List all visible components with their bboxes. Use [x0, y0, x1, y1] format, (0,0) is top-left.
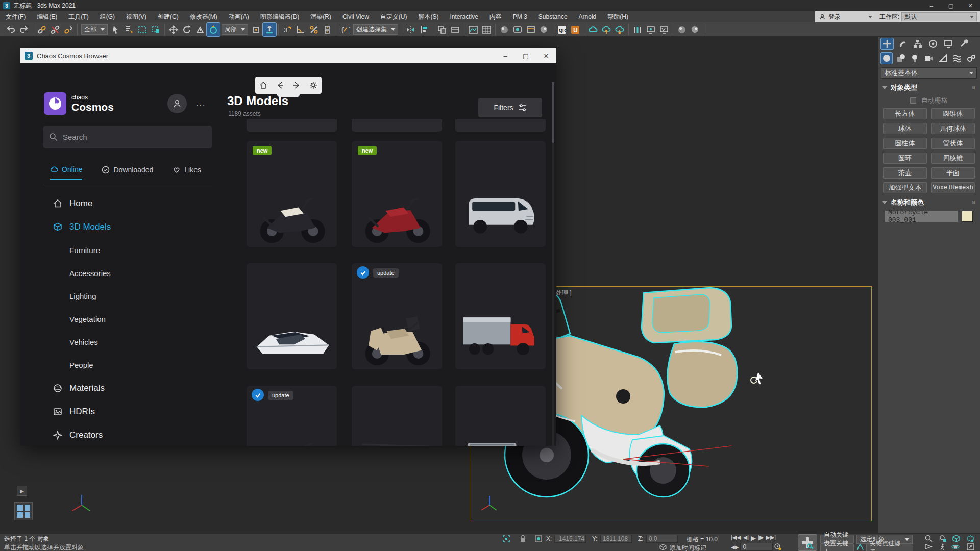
y-coordinate-field[interactable]: 1811.108	[600, 535, 632, 543]
cosmos-close-button[interactable]: ✕	[536, 48, 556, 63]
cosmos-scrollbar[interactable]	[552, 82, 554, 446]
sidebar-item-creators[interactable]: Creators	[20, 423, 225, 446]
sidebar-item-home[interactable]: Home	[20, 192, 225, 215]
menu-item-16[interactable]: PM 3	[507, 11, 533, 22]
select-object-icon[interactable]	[109, 23, 122, 36]
create-tab-icon[interactable]	[881, 38, 893, 49]
more-options-button[interactable]: ...	[196, 99, 206, 108]
curve-editor-icon[interactable]	[467, 23, 480, 36]
account-avatar[interactable]	[167, 94, 187, 113]
scene-converter-icon[interactable]	[644, 23, 657, 36]
unlink-selection-icon[interactable]	[48, 23, 62, 36]
edit-named-selection-sets-icon[interactable]: { }	[338, 23, 352, 36]
selection-lock-icon[interactable]	[520, 535, 526, 542]
go-to-start-button[interactable]: |◀◀	[731, 534, 741, 542]
cosmos-browser-icon[interactable]	[586, 23, 600, 36]
cosmos-title-bar[interactable]: 3 Chaos Cosmos Browser – ▢ ✕	[20, 48, 556, 63]
sidebar-item-accessories[interactable]: Accessories	[20, 262, 225, 285]
snaps-toggle-icon[interactable]: 3	[281, 23, 294, 36]
hierarchy-tab-icon[interactable]	[912, 38, 924, 49]
time-tag-cube-icon[interactable]	[659, 544, 667, 550]
isolate-selection-icon[interactable]	[503, 535, 510, 542]
angle-snap-toggle-icon[interactable]	[294, 23, 307, 36]
set-keys-button[interactable]	[798, 534, 817, 551]
orbit-icon[interactable]	[951, 543, 960, 550]
menu-item-14[interactable]: Interactive	[444, 11, 483, 22]
key-filter-icon[interactable]	[856, 544, 864, 550]
time-configuration-icon[interactable]	[774, 543, 781, 550]
partial-card[interactable]	[352, 119, 442, 132]
selection-filter-dropdown[interactable]: 全部	[81, 24, 108, 35]
primitive-button-圆环[interactable]: 圆环	[883, 153, 927, 164]
menu-item-6[interactable]: 创建(C)	[152, 11, 184, 22]
sidebar-item-people[interactable]: People	[20, 354, 225, 377]
menu-item-4[interactable]: 组(G)	[94, 11, 120, 22]
asset-card-orange-motorcycle[interactable]: update	[247, 386, 337, 446]
zoom-icon[interactable]	[925, 535, 933, 542]
zoom-extents-icon[interactable]	[952, 535, 960, 542]
bind-to-space-warp-icon[interactable]	[62, 23, 75, 36]
asset-card-jet-ski[interactable]	[247, 263, 337, 369]
cameras-category-icon[interactable]	[923, 53, 935, 64]
asset-card-red-semi-truck[interactable]	[455, 263, 546, 369]
menu-item-9[interactable]: 图形编辑器(D)	[255, 11, 305, 22]
motion-tab-icon[interactable]	[927, 38, 939, 49]
menu-item-19[interactable]: 帮助(H)	[602, 11, 634, 22]
use-pivot-point-center-icon[interactable]	[250, 23, 263, 36]
back-icon[interactable]	[276, 81, 284, 89]
home-icon[interactable]	[259, 81, 267, 89]
previous-frame-button[interactable]: ◀|	[743, 534, 749, 542]
arnold-render-icon[interactable]	[689, 23, 702, 36]
login-dropdown[interactable]: 登录	[815, 11, 876, 22]
select-by-name-icon[interactable]	[122, 23, 136, 36]
menu-item-7[interactable]: 修改器(M)	[184, 11, 223, 22]
maximize-button[interactable]: ▢	[941, 0, 961, 11]
geometry-category-icon[interactable]	[881, 53, 892, 64]
render-preview-icon[interactable]	[657, 23, 671, 36]
render-production-icon[interactable]	[537, 23, 551, 36]
percent-snap-toggle-icon[interactable]	[307, 23, 321, 36]
search-input[interactable]: Search	[43, 126, 212, 148]
cloud-download-icon[interactable]	[613, 23, 626, 36]
filters-button[interactable]: Filters	[478, 98, 542, 117]
zoom-extents-all-icon[interactable]	[967, 535, 974, 542]
tab-downloaded[interactable]: Downloaded	[102, 165, 153, 180]
named-selection-sets-dropdown[interactable]: 创建选择集	[353, 24, 398, 35]
menu-item-15[interactable]: 内容	[484, 11, 507, 22]
x-coordinate-field[interactable]: -1415.174	[554, 535, 586, 543]
sidebar-item-vegetation[interactable]: Vegetation	[20, 308, 225, 331]
layer-manager-icon[interactable]	[435, 23, 449, 36]
menu-item-5[interactable]: 视图(V)	[120, 11, 152, 22]
usd-export-icon[interactable]: U	[569, 23, 582, 36]
menu-item-18[interactable]: Arnold	[573, 11, 602, 22]
align-icon[interactable]	[418, 23, 431, 36]
reference-coordinate-system-dropdown[interactable]: 局部	[222, 24, 248, 35]
primitive-button-长方体[interactable]: 长方体	[883, 108, 927, 119]
select-and-link-icon[interactable]	[35, 23, 48, 36]
shapes-category-icon[interactable]	[895, 53, 906, 64]
viewport-shading-label[interactable]: 处理 ]	[556, 289, 572, 297]
set-key-button[interactable]: 设置关键点	[820, 543, 854, 551]
menu-item-12[interactable]: 自定义(U)	[375, 11, 413, 22]
menu-item-11[interactable]: Civil View	[337, 11, 375, 22]
object-name-field[interactable]: Motorcycle 003_001	[885, 211, 958, 222]
workspace-dropdown[interactable]: 默认	[901, 12, 977, 21]
field-of-view-icon[interactable]	[925, 543, 933, 550]
primitive-button-球体[interactable]: 球体	[883, 123, 927, 134]
slate-material-editor-icon[interactable]	[675, 23, 689, 36]
cosmos-minimize-button[interactable]: –	[495, 48, 516, 63]
key-step-toggle[interactable]: ◀▶	[731, 544, 739, 550]
sidebar-item-hdris[interactable]: HDRIs	[20, 400, 225, 423]
tab-online[interactable]: Online	[50, 165, 82, 180]
open-in-viewer-qr-icon[interactable]: QR	[555, 23, 569, 36]
rendered-frame-window-icon[interactable]	[524, 23, 537, 36]
menu-item-1[interactable]: 文件(F)	[0, 11, 31, 22]
primitive-button-平面[interactable]: 平面	[931, 167, 975, 179]
go-to-end-button[interactable]: ▶▶|	[766, 534, 776, 542]
play-button[interactable]: ▶	[751, 534, 756, 542]
menu-item-17[interactable]: Substance	[533, 11, 573, 22]
render-setup-icon[interactable]	[511, 23, 524, 36]
modify-tab-icon[interactable]	[896, 38, 909, 49]
partial-card[interactable]	[455, 119, 546, 132]
helpers-category-icon[interactable]	[938, 53, 949, 64]
